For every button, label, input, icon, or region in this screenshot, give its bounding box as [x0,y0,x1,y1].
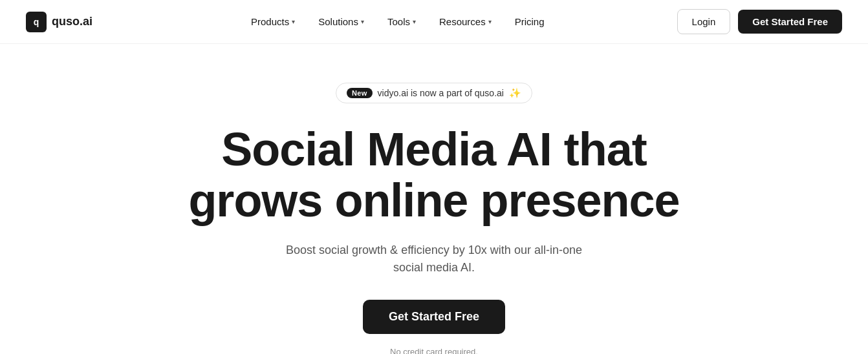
logo-text: quso.ai [52,15,92,28]
chevron-down-icon: ▾ [292,18,295,25]
hero-section: New vidyo.ai is now a part of quso.ai ✨ … [0,44,868,354]
chevron-down-icon: ▾ [488,18,492,25]
nav-item-solutions[interactable]: Solutions ▾ [308,11,374,32]
nav-item-tools[interactable]: Tools ▾ [377,11,426,32]
nav-item-resources[interactable]: Resources ▾ [429,11,502,32]
badge-new-label: New [347,88,373,98]
get-started-nav-button[interactable]: Get Started Free [738,10,842,34]
hero-subtext: No credit card required. 4M+ people are … [363,344,506,354]
navbar: q quso.ai Products ▾ Solutions ▾ Tools ▾… [0,0,868,44]
badge-announcement-text: vidyo.ai is now a part of quso.ai [378,88,504,98]
logo-icon: q [26,12,47,32]
hero-subtitle: Boost social growth & efficiency by 10x … [272,242,596,276]
nav-actions: Login Get Started Free [677,9,842,34]
nav-item-products[interactable]: Products ▾ [241,11,305,32]
get-started-hero-button[interactable]: Get Started Free [363,300,505,334]
logo[interactable]: q quso.ai [26,12,92,32]
badge-emoji: ✨ [509,87,521,99]
chevron-down-icon: ▾ [361,18,364,25]
login-button[interactable]: Login [677,9,731,34]
announcement-badge[interactable]: New vidyo.ai is now a part of quso.ai ✨ [336,83,532,103]
nav-links: Products ▾ Solutions ▾ Tools ▾ Resources… [118,11,677,32]
chevron-down-icon: ▾ [413,18,416,25]
hero-title: Social Media AI that grows online presen… [188,124,679,226]
nav-item-pricing[interactable]: Pricing [505,11,555,32]
